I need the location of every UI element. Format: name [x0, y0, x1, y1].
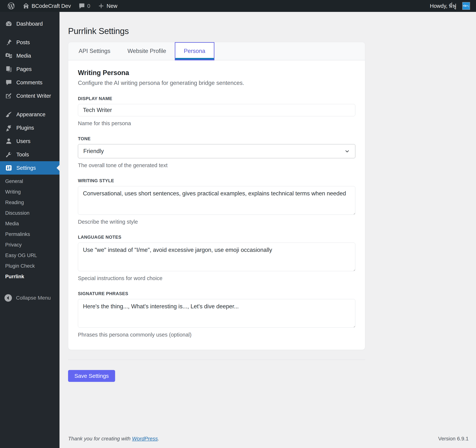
writing-style-textarea[interactable]: Conversational, uses short sentences, gi… [78, 186, 355, 215]
comment-bubble-icon [79, 3, 85, 9]
sidebar-item-comments[interactable]: Comments [0, 76, 59, 89]
collapse-arrow-icon [5, 294, 12, 302]
sidebar-item-content-writer[interactable]: Content Writer [0, 89, 59, 103]
actions-divider [68, 360, 365, 360]
avatar-text: <b>; [463, 5, 470, 8]
admin-bar-left: BCodeCraft Dev 0 New [5, 0, 120, 12]
howdy-account-link[interactable]: Howdy, พี่ฟู [427, 0, 459, 12]
sidebar-item-label: Pages [16, 66, 32, 72]
footer-thanks: Thank you for creating with WordPress. [68, 436, 159, 442]
sidebar-item-users[interactable]: Users [0, 134, 59, 148]
persona-form: Writing Persona Configure the AI writing… [68, 60, 365, 350]
collapse-menu-label: Collapse Menu [16, 295, 51, 301]
sidebar-item-media[interactable]: Media [0, 49, 59, 62]
sidebar-item-label: Users [16, 138, 30, 144]
tab-api-settings[interactable]: API Settings [70, 42, 119, 60]
tab-label: Website Profile [128, 48, 166, 55]
display-name-label: DISPLAY NAME [78, 96, 355, 101]
section-title: Writing Persona [78, 69, 355, 77]
dashboard-icon [5, 20, 12, 27]
sidebar-item-plugins[interactable]: Plugins [0, 121, 59, 134]
sidebar-item-posts[interactable]: Posts [0, 36, 59, 49]
main-content: Purrlink Settings API Settings Website P… [59, 12, 476, 448]
tab-label: Persona [184, 48, 205, 55]
tone-selected-value: Friendly [83, 148, 104, 155]
sidebar-item-label: Settings [16, 165, 36, 171]
sidebar-item-settings[interactable]: Settings [0, 161, 59, 175]
edit-pencil-icon [5, 92, 12, 99]
settings-card: API Settings Website Profile Persona Wri… [68, 42, 365, 350]
writing-style-help: Describe the writing style [78, 219, 355, 225]
submenu-item-discussion[interactable]: Discussion [0, 208, 59, 218]
page-title: Purrlink Settings [68, 26, 469, 36]
thanks-prefix: Thank you for creating with [68, 436, 132, 442]
language-notes-textarea[interactable]: Use "we" instead of "I/me", avoid excess… [78, 243, 355, 271]
submenu-item-media[interactable]: Media [0, 218, 59, 229]
avatar[interactable]: <b>; [462, 2, 470, 10]
sidebar-item-label: Plugins [16, 125, 34, 131]
save-settings-button[interactable]: Save Settings [68, 370, 115, 382]
sidebar-item-appearance[interactable]: Appearance [0, 108, 59, 121]
menu-separator [0, 103, 59, 108]
thanks-suffix: . [158, 436, 159, 442]
site-link[interactable]: BCodeCraft Dev [20, 0, 74, 12]
signature-phrases-textarea[interactable]: Here's the thing..., What's interesting … [78, 299, 355, 328]
user-icon [5, 138, 12, 145]
howdy-text: Howdy, พี่ฟู [430, 2, 456, 10]
admin-sidebar: Dashboard Posts Media Pages [0, 12, 59, 448]
tab-persona[interactable]: Persona [175, 42, 214, 60]
tab-bar: API Settings Website Profile Persona [68, 42, 365, 60]
footer-version: Version 6.9.1 [438, 436, 469, 442]
field-signature-phrases: SIGNATURE PHRASES Here's the thing..., W… [78, 291, 355, 338]
sidebar-item-label: Content Writer [16, 93, 51, 99]
footer: Thank you for creating with WordPress. V… [68, 436, 469, 443]
admin-menu: Dashboard Posts Media Pages [0, 17, 59, 305]
submenu-item-privacy[interactable]: Privacy [0, 240, 59, 250]
tone-help: The overall tone of the generated text [78, 162, 355, 168]
submenu-item-easy-og-url[interactable]: Easy OG URL [0, 250, 59, 261]
tab-website-profile[interactable]: Website Profile [119, 42, 175, 60]
submenu-item-general[interactable]: General [0, 176, 59, 187]
field-writing-style: WRITING STYLE Conversational, uses short… [78, 178, 355, 225]
sidebar-item-label: Appearance [16, 111, 45, 118]
signature-phrases-label: SIGNATURE PHRASES [78, 291, 355, 296]
pushpin-icon [5, 39, 12, 46]
language-notes-label: LANGUAGE NOTES [78, 235, 355, 240]
submenu-item-writing[interactable]: Writing [0, 187, 59, 197]
pages-icon [5, 66, 12, 73]
settings-submenu: General Writing Reading Discussion Media… [0, 175, 59, 284]
comment-count: 0 [87, 3, 90, 9]
tone-label: TONE [78, 136, 355, 141]
chevron-down-icon [344, 148, 350, 154]
sidebar-item-label: Posts [16, 39, 30, 45]
language-notes-help: Special instructions for word choice [78, 275, 355, 281]
field-tone: TONE Friendly The overall tone of the ge… [78, 136, 355, 168]
submenu-item-purrlink[interactable]: Purrlink [0, 271, 59, 282]
submenu-item-reading[interactable]: Reading [0, 197, 59, 208]
submenu-item-permalinks[interactable]: Permalinks [0, 229, 59, 240]
section-description: Configure the AI writing persona for gen… [78, 80, 355, 86]
display-name-input[interactable] [78, 104, 355, 116]
display-name-help: Name for this persona [78, 120, 355, 127]
sidebar-item-label: Media [16, 53, 31, 59]
wordpress-link[interactable]: WordPress [132, 436, 158, 442]
comments-icon [5, 79, 12, 86]
sidebar-item-label: Dashboard [16, 21, 43, 27]
settings-sliders-icon [5, 164, 12, 171]
brush-icon [5, 111, 12, 118]
wordpress-logo-menu[interactable] [5, 0, 17, 12]
new-content-button[interactable]: New [95, 0, 120, 12]
comments-bubble[interactable]: 0 [76, 0, 93, 12]
menu-separator [0, 30, 59, 36]
wrench-icon [5, 151, 12, 158]
tone-select[interactable]: Friendly [78, 144, 355, 158]
writing-style-label: WRITING STYLE [78, 178, 355, 183]
signature-phrases-help: Phrases this persona commonly uses (opti… [78, 332, 355, 338]
submenu-item-plugin-check[interactable]: Plugin Check [0, 261, 59, 271]
sidebar-item-dashboard[interactable]: Dashboard [0, 17, 59, 30]
sidebar-item-pages[interactable]: Pages [0, 62, 59, 76]
sidebar-item-tools[interactable]: Tools [0, 148, 59, 161]
sidebar-item-label: Tools [16, 152, 29, 158]
collapse-menu-button[interactable]: Collapse Menu [0, 291, 59, 305]
admin-bar-right: Howdy, พี่ฟู <b>; [427, 0, 471, 12]
